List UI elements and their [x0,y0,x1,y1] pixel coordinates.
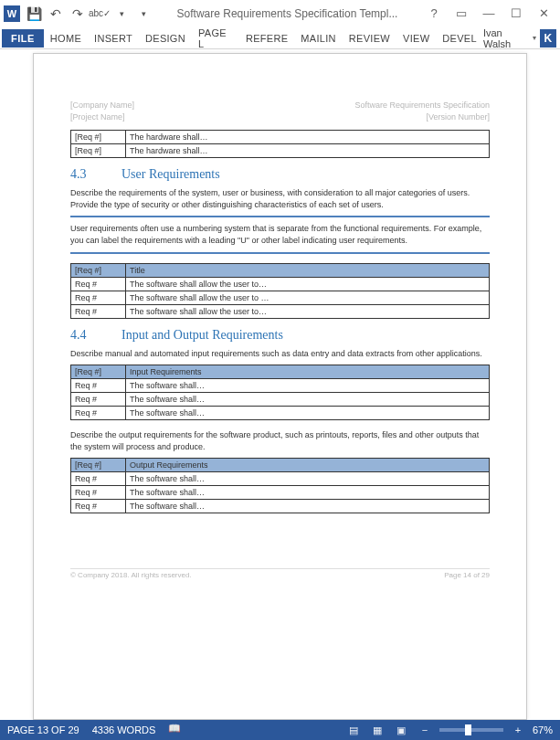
output-requirements-table: [Req #]Output Requirements Req #The soft… [70,458,490,513]
page: [Company Name] [Project Name] Software R… [33,53,527,720]
read-mode-icon[interactable]: ▤ [344,722,363,738]
proofing-icon[interactable]: 📖 [168,723,183,737]
body-text[interactable]: Describe the requirements of the system,… [70,187,490,210]
file-tab[interactable]: FILE [2,29,44,48]
table-row: Req #The software shall… [71,379,490,393]
table-row: Req #The software shall… [71,500,490,513]
tab-view[interactable]: VIEW [396,29,436,48]
status-page[interactable]: PAGE 13 OF 29 [7,724,79,735]
table-row: Req #The software shall allow the user t… [71,277,490,291]
table-row: Req #The software shall… [71,407,490,420]
zoom-thumb[interactable] [465,724,471,735]
tab-references[interactable]: REFERE [239,29,294,48]
user-avatar[interactable]: K [540,29,556,48]
ribbon-options-icon[interactable]: ▭ [449,4,474,24]
zoom-in-icon[interactable]: + [509,722,527,738]
zoom-level[interactable]: 67% [533,724,553,735]
minimize-icon[interactable]: — [476,4,502,24]
zoom-slider[interactable] [439,728,503,732]
quick-access-toolbar: 💾 ↶ ↷ abc✓ ▾ ▾ [24,4,153,24]
table-row: [Req #]The hardware shall… [71,144,490,158]
ribbon-tabs: FILE HOME INSERT DESIGN PAGE L REFERE MA… [0,27,560,49]
hardware-table: [Req #]The hardware shall… [Req #]The ha… [70,130,490,158]
tab-page-layout[interactable]: PAGE L [192,24,239,53]
table-row: Req #The software shall… [71,472,490,486]
tab-review[interactable]: REVIEW [343,29,396,48]
window-controls: ? ▭ — ☐ ✕ [421,4,556,24]
page-header: [Company Name] [Project Name] Software R… [70,100,490,122]
undo-icon[interactable]: ↶ [46,4,66,24]
footer-copyright: © Company 2018. All rights reserved. [70,571,192,579]
user-requirements-table: [Req #]Title Req #The software shall all… [70,263,490,319]
page-footer: © Company 2018. All rights reserved. Pag… [70,568,490,579]
header-project: [Project Name] [70,111,134,123]
redo-icon[interactable]: ↷ [68,4,88,24]
maximize-icon[interactable]: ☐ [503,4,529,24]
body-text[interactable]: Describe the output requirements for the… [70,429,490,452]
window-title: Software Requirements Specification Temp… [153,7,421,20]
tab-design[interactable]: DESIGN [139,29,192,48]
document-area[interactable]: [Company Name] [Project Name] Software R… [0,49,560,720]
web-layout-icon[interactable]: ▣ [392,722,410,738]
customize-qat-icon[interactable]: ▾ [133,4,153,24]
header-company: [Company Name] [70,100,134,111]
user-area[interactable]: Ivan Walsh ▾ K [483,27,558,49]
status-bar: PAGE 13 OF 29 4336 WORDS 📖 ▤ ▦ ▣ − + 67% [0,720,560,740]
header-version: [Version Number] [354,111,490,123]
header-doc-title: Software Requirements Specification [354,100,490,111]
table-header-row: [Req #]Output Requirements [71,459,490,472]
table-row: Req #The software shall… [71,393,490,407]
footer-page-num: Page 14 of 29 [444,571,490,579]
print-layout-icon[interactable]: ▦ [368,722,386,738]
qat-more-icon[interactable]: ▾ [111,4,132,24]
table-row: Req #The software shall… [71,486,490,500]
table-row: [Req #]The hardware shall… [71,131,490,144]
tab-developer[interactable]: DEVEL [436,29,483,48]
word-app-icon: W [4,5,20,22]
tab-mailings[interactable]: MAILIN [294,29,342,48]
table-row: Req #The software shall allow the user t… [71,291,490,304]
status-words[interactable]: 4336 WORDS [92,724,156,735]
section-heading-4-4[interactable]: 4.4Input and Output Requirements [70,328,490,343]
title-bar: W 💾 ↶ ↷ abc✓ ▾ ▾ Software Requirements S… [0,0,560,27]
body-text[interactable]: Describe manual and automated input requ… [70,348,490,360]
section-heading-4-3[interactable]: 4.3User Requirements [70,167,490,182]
chevron-down-icon: ▾ [533,34,536,42]
table-header-row: [Req #]Input Requirements [71,365,490,379]
close-icon[interactable]: ✕ [531,4,556,24]
status-right: ▤ ▦ ▣ − + 67% [344,722,553,738]
table-header-row: [Req #]Title [71,263,490,277]
note-box[interactable]: User requirements often use a numbering … [70,216,490,253]
tab-insert[interactable]: INSERT [88,29,139,48]
input-requirements-table: [Req #]Input Requirements Req #The softw… [70,365,490,420]
zoom-out-icon[interactable]: − [416,722,434,738]
spellcheck-icon[interactable]: abc✓ [90,4,110,24]
help-icon[interactable]: ? [421,4,447,24]
table-row: Req #The software shall allow the user t… [71,304,490,318]
save-icon[interactable]: 💾 [24,4,44,24]
user-name: Ivan Walsh [483,27,529,49]
tab-home[interactable]: HOME [44,29,88,48]
